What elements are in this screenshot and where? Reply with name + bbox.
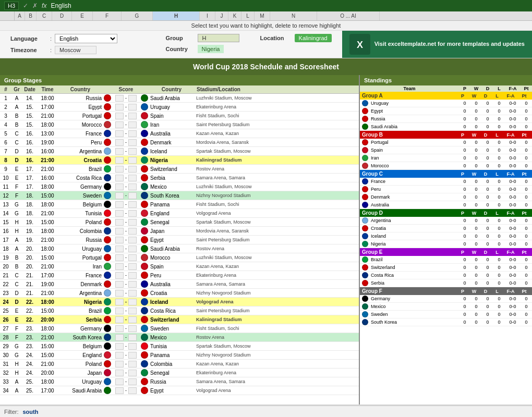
standings-team-row: Switzerland 0 0 0 0 0-0 0	[360, 264, 532, 272]
cell-date: 15.	[22, 121, 38, 128]
standings-team-row: South Korea 0 0 0 0 0-0 0	[360, 318, 532, 326]
col-l: L	[241, 11, 255, 20]
standings-team-row: Uruguay 0 0 0 0 0-0 0	[360, 100, 532, 107]
score-away	[128, 201, 137, 208]
standings-group-group-b: Group B P W D L F-A Pt	[360, 131, 532, 139]
cell-flag-home	[103, 360, 112, 368]
score-home	[115, 334, 124, 341]
cell-venue: Fisht Stadium, Sochi	[195, 201, 359, 207]
cell-score: -	[112, 201, 140, 208]
cell-away: Senegal	[149, 370, 195, 376]
cell-flag-home	[103, 315, 112, 324]
team-p: 0	[459, 264, 470, 271]
team-w: 0	[470, 202, 482, 208]
cell-score: -	[112, 369, 140, 377]
team-fa: 0-0	[505, 116, 521, 122]
score-home	[115, 246, 124, 252]
score-home	[115, 201, 124, 208]
formula-x-icon[interactable]: ✗	[32, 2, 38, 9]
table-row: 9 E 17. 21:00 Brazil - Switzerland Rosto…	[0, 165, 359, 174]
team-l: 0	[493, 116, 505, 122]
location-value: Kaliningrad	[295, 34, 332, 42]
standings-team-row: Brazil 0 0 0 0 0-0 0	[360, 256, 532, 264]
score-away	[128, 219, 137, 226]
cell-date: 22.	[22, 299, 38, 305]
cell-away: Iceland	[149, 148, 195, 155]
cell-num: 29	[0, 343, 11, 350]
team-name-cell: Iceland	[360, 232, 459, 240]
team-d: 0	[482, 139, 493, 145]
standings-team-row: Sweden 0 0 0 0 0-0 0	[360, 311, 532, 318]
team-l: 0	[493, 217, 505, 224]
table-row: 13 G 18. 18:00 Belgium - Panama Fisht St…	[0, 200, 359, 209]
team-p: 0	[459, 163, 470, 169]
standings-team-row: France 0 0 0 0 0-0 0	[360, 178, 532, 186]
cell-score: -	[112, 130, 140, 138]
team-pt: 0	[521, 178, 532, 185]
team-l: 0	[493, 163, 505, 169]
score-away	[128, 263, 137, 270]
formula-check-icon[interactable]: ✓	[23, 2, 28, 9]
cell-venue: Spartak Stadium, Moscow	[195, 148, 359, 154]
team-p: 0	[459, 217, 470, 224]
cell-grp: E	[11, 175, 22, 181]
team-fa: 0-0	[505, 139, 521, 145]
standings-team-row: Mexico 0 0 0 0 0-0 0	[360, 303, 532, 311]
score-home	[115, 361, 124, 367]
excel-promo-area[interactable]: X Visit exceltemplate.net for more templ…	[342, 31, 532, 58]
cell-flag-away	[140, 324, 149, 333]
team-fa: 0-0	[505, 178, 521, 185]
cell-time: 17:00	[38, 104, 57, 111]
cell-time: 21:00	[38, 166, 57, 173]
score-home	[115, 219, 124, 226]
team-l: 0	[493, 280, 505, 286]
team-w: 0	[470, 147, 482, 153]
cell-num: 2	[0, 104, 11, 111]
cell-flag-away	[140, 280, 149, 288]
cell-date: 24.	[22, 370, 38, 376]
timezone-setting: Timezone : Moscow	[10, 46, 145, 54]
cell-home: Germany	[57, 183, 103, 190]
team-p: 0	[459, 186, 470, 192]
cell-date: 15.	[22, 104, 38, 111]
cell-num: 14	[0, 210, 11, 217]
team-w: 0	[470, 256, 482, 263]
cell-away: Sweden	[149, 325, 195, 332]
cell-venue: Ekaterinburg Arena	[195, 272, 359, 278]
standings-team-row: Peru 0 0 0 0 0-0 0	[360, 186, 532, 193]
team-fa: 0-0	[505, 296, 521, 302]
cell-venue: Fisht Stadium, Sochi	[195, 325, 359, 332]
score-home	[115, 263, 124, 270]
table-row: 14 G 18. 21:00 Tunisia - England Volgogr…	[0, 209, 359, 218]
team-l: 0	[493, 241, 505, 247]
score-away	[128, 378, 137, 385]
team-d: 0	[482, 319, 493, 325]
col-h: H	[153, 11, 200, 20]
team-pt: 0	[521, 100, 532, 106]
score-home	[115, 352, 124, 359]
language-dropdown[interactable]: English	[55, 34, 117, 43]
cell-time: 18:00	[38, 378, 57, 385]
cell-grp: A	[11, 378, 22, 385]
cell-venue: Kazan Arena, Kazan	[195, 263, 359, 269]
score-home	[115, 210, 124, 217]
cell-flag-home	[103, 191, 112, 200]
th-score: Score	[112, 85, 140, 93]
cell-time: 21:00	[38, 210, 57, 217]
cell-flag-home	[103, 236, 112, 244]
cell-date: 23.	[22, 334, 38, 341]
cell-grp: A	[11, 237, 22, 243]
standings-group-group-e: Group E P W D L F-A Pt	[360, 248, 532, 256]
team-name: Argentina	[371, 218, 391, 223]
cell-venue: Samara Arena, Samara	[195, 281, 359, 287]
cell-date: 18.	[22, 192, 38, 199]
standings-team-row: Egypt 0 0 0 0 0-0 0	[360, 107, 532, 115]
th-date: Date	[22, 85, 38, 93]
cell-venue: Ekaterinburg Arena	[195, 104, 359, 110]
team-w: 0	[470, 186, 482, 192]
cell-date: 21.	[22, 281, 38, 288]
team-d: 0	[482, 163, 493, 169]
cell-grp: D	[11, 299, 22, 305]
score-home	[115, 378, 124, 385]
table-row: 4 B 15. 18:00 Morocco - Iran Saint Peter…	[0, 120, 359, 129]
